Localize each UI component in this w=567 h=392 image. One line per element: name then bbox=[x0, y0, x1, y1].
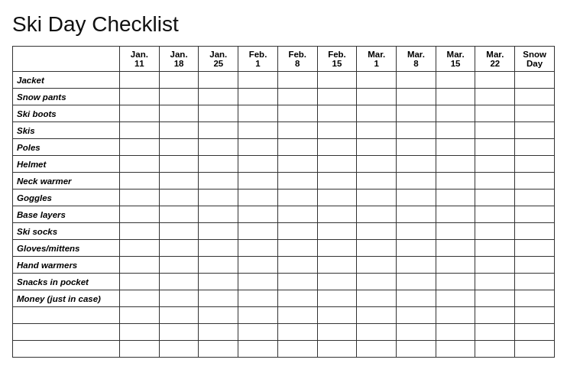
check-cell[interactable] bbox=[120, 274, 160, 290]
check-cell[interactable] bbox=[120, 156, 160, 173]
check-cell[interactable] bbox=[436, 72, 475, 89]
check-cell[interactable] bbox=[238, 190, 278, 206]
check-cell[interactable] bbox=[397, 122, 436, 139]
check-cell[interactable] bbox=[238, 173, 278, 190]
check-cell[interactable] bbox=[317, 156, 357, 173]
check-cell[interactable] bbox=[277, 139, 317, 156]
check-cell[interactable] bbox=[159, 173, 199, 190]
check-cell[interactable] bbox=[277, 72, 317, 89]
check-cell[interactable] bbox=[159, 257, 199, 274]
check-cell[interactable] bbox=[238, 105, 278, 122]
check-cell[interactable] bbox=[238, 274, 278, 290]
check-cell[interactable] bbox=[238, 156, 278, 173]
check-cell[interactable] bbox=[515, 139, 555, 156]
check-cell[interactable] bbox=[199, 274, 238, 290]
check-cell[interactable] bbox=[277, 240, 317, 257]
check-cell[interactable] bbox=[515, 173, 555, 190]
check-cell[interactable] bbox=[397, 105, 436, 122]
check-cell[interactable] bbox=[357, 122, 397, 139]
check-cell[interactable] bbox=[199, 139, 238, 156]
check-cell[interactable] bbox=[199, 105, 238, 122]
check-cell[interactable] bbox=[436, 240, 475, 257]
check-cell[interactable] bbox=[515, 240, 555, 257]
check-cell[interactable] bbox=[357, 206, 397, 223]
check-cell[interactable] bbox=[475, 72, 515, 89]
check-cell[interactable] bbox=[159, 72, 199, 89]
check-cell[interactable] bbox=[317, 105, 357, 122]
check-cell[interactable] bbox=[277, 206, 317, 223]
check-cell[interactable] bbox=[199, 89, 238, 105]
check-cell[interactable] bbox=[436, 156, 475, 173]
check-cell[interactable] bbox=[159, 206, 199, 223]
check-cell[interactable] bbox=[436, 105, 475, 122]
check-cell[interactable] bbox=[277, 89, 317, 105]
check-cell[interactable] bbox=[159, 290, 199, 307]
check-cell[interactable] bbox=[357, 274, 397, 290]
check-cell[interactable] bbox=[397, 240, 436, 257]
check-cell[interactable] bbox=[475, 206, 515, 223]
check-cell[interactable] bbox=[317, 139, 357, 156]
check-cell[interactable] bbox=[238, 139, 278, 156]
check-cell[interactable] bbox=[317, 190, 357, 206]
check-cell[interactable] bbox=[199, 257, 238, 274]
check-cell[interactable] bbox=[436, 223, 475, 240]
check-cell[interactable] bbox=[120, 139, 160, 156]
check-cell[interactable] bbox=[436, 89, 475, 105]
check-cell[interactable] bbox=[277, 257, 317, 274]
check-cell[interactable] bbox=[436, 206, 475, 223]
check-cell[interactable] bbox=[475, 290, 515, 307]
check-cell[interactable] bbox=[317, 257, 357, 274]
check-cell[interactable] bbox=[357, 139, 397, 156]
check-cell[interactable] bbox=[199, 290, 238, 307]
check-cell[interactable] bbox=[159, 274, 199, 290]
check-cell[interactable] bbox=[357, 173, 397, 190]
check-cell[interactable] bbox=[397, 206, 436, 223]
check-cell[interactable] bbox=[436, 290, 475, 307]
check-cell[interactable] bbox=[357, 72, 397, 89]
check-cell[interactable] bbox=[436, 173, 475, 190]
check-cell[interactable] bbox=[515, 206, 555, 223]
check-cell[interactable] bbox=[317, 173, 357, 190]
check-cell[interactable] bbox=[199, 240, 238, 257]
check-cell[interactable] bbox=[277, 190, 317, 206]
check-cell[interactable] bbox=[238, 240, 278, 257]
check-cell[interactable] bbox=[515, 223, 555, 240]
check-cell[interactable] bbox=[159, 122, 199, 139]
check-cell[interactable] bbox=[397, 156, 436, 173]
check-cell[interactable] bbox=[475, 89, 515, 105]
check-cell[interactable] bbox=[159, 223, 199, 240]
check-cell[interactable] bbox=[475, 274, 515, 290]
check-cell[interactable] bbox=[397, 274, 436, 290]
check-cell[interactable] bbox=[397, 89, 436, 105]
check-cell[interactable] bbox=[159, 89, 199, 105]
check-cell[interactable] bbox=[238, 206, 278, 223]
check-cell[interactable] bbox=[357, 190, 397, 206]
check-cell[interactable] bbox=[199, 173, 238, 190]
check-cell[interactable] bbox=[238, 122, 278, 139]
check-cell[interactable] bbox=[475, 139, 515, 156]
check-cell[interactable] bbox=[475, 190, 515, 206]
check-cell[interactable] bbox=[436, 139, 475, 156]
check-cell[interactable] bbox=[357, 240, 397, 257]
check-cell[interactable] bbox=[199, 72, 238, 89]
check-cell[interactable] bbox=[159, 139, 199, 156]
check-cell[interactable] bbox=[238, 72, 278, 89]
check-cell[interactable] bbox=[515, 290, 555, 307]
check-cell[interactable] bbox=[515, 72, 555, 89]
check-cell[interactable] bbox=[397, 257, 436, 274]
check-cell[interactable] bbox=[475, 240, 515, 257]
check-cell[interactable] bbox=[120, 240, 160, 257]
check-cell[interactable] bbox=[238, 223, 278, 240]
check-cell[interactable] bbox=[159, 156, 199, 173]
check-cell[interactable] bbox=[277, 122, 317, 139]
check-cell[interactable] bbox=[357, 105, 397, 122]
check-cell[interactable] bbox=[238, 290, 278, 307]
check-cell[interactable] bbox=[357, 223, 397, 240]
check-cell[interactable] bbox=[357, 156, 397, 173]
check-cell[interactable] bbox=[277, 156, 317, 173]
check-cell[interactable] bbox=[120, 122, 160, 139]
check-cell[interactable] bbox=[277, 290, 317, 307]
check-cell[interactable] bbox=[515, 89, 555, 105]
check-cell[interactable] bbox=[397, 190, 436, 206]
check-cell[interactable] bbox=[199, 223, 238, 240]
